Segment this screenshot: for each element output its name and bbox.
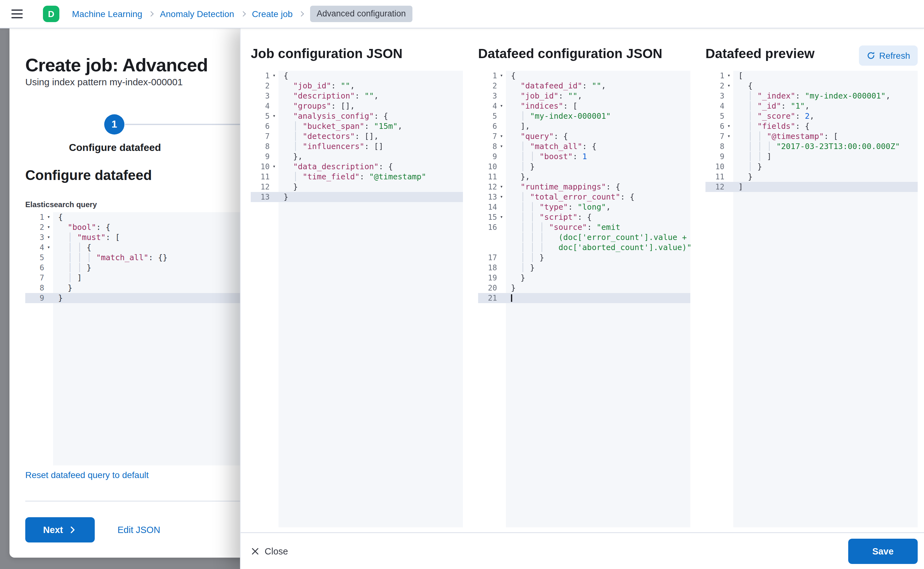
hamburger-icon — [11, 9, 23, 11]
refresh-button[interactable]: Refresh — [859, 46, 918, 66]
job-config-editor[interactable]: 1▾{2 "job_id": "",3 "description": "",4 … — [251, 71, 463, 527]
datafeed-preview-editor[interactable]: 1▾[2▾ {3 │ "_index": "my-index-000001",4… — [705, 71, 918, 527]
code-line[interactable]: 6 │ │ } — [25, 263, 260, 273]
code-line[interactable]: 5 │ "my-index-000001" — [478, 111, 690, 121]
code-line[interactable]: 16 │ │ │ "source": "emit — [478, 222, 690, 233]
line-number: 1 — [478, 71, 497, 81]
code-line[interactable]: 4▾ "indices": [ — [478, 101, 690, 111]
code-line[interactable]: 10 │ } — [705, 162, 918, 172]
edit-json-button[interactable]: Edit JSON — [117, 525, 160, 535]
code-line[interactable]: 4 │ "_id": "1", — [705, 101, 918, 111]
code-line[interactable]: 18 │ } — [478, 263, 690, 273]
code-line[interactable]: 1▾[ — [705, 71, 918, 81]
code-line[interactable]: 3 "job_id": "", — [478, 91, 690, 101]
gutter-spacer — [497, 263, 506, 273]
code-line[interactable]: 7 │ ] — [25, 273, 260, 283]
fold-arrow-icon[interactable]: ▾ — [270, 111, 279, 121]
fold-arrow-icon[interactable]: ▾ — [270, 71, 279, 81]
code-line[interactable]: 8 │ "influencers": [] — [251, 141, 463, 152]
fold-arrow-icon[interactable]: ▾ — [725, 131, 733, 141]
code-line[interactable]: 2▾ "bool": { — [25, 222, 260, 233]
code-line[interactable]: 15▾ │ │ "script": { — [478, 212, 690, 222]
fold-arrow-icon[interactable]: ▾ — [725, 71, 733, 81]
code-line[interactable]: 5▾ "analysis_config": { — [251, 111, 463, 121]
code-line[interactable]: 3▾ │ "must": [ — [25, 233, 260, 242]
code-line[interactable]: 8 } — [25, 283, 260, 293]
save-button[interactable]: Save — [848, 539, 918, 564]
page-subtitle: Using index pattern my-index-000001 — [25, 76, 183, 87]
fold-arrow-icon[interactable]: ▾ — [497, 212, 506, 222]
code-line[interactable]: 4▾ │ │ { — [25, 242, 260, 253]
code-line[interactable]: 7▾ │ │ "@timestamp": [ — [705, 131, 918, 141]
code-line[interactable]: 1▾{ — [478, 71, 690, 81]
code-text — [506, 293, 690, 303]
code-text: │ "match_all": { — [506, 141, 690, 152]
code-line[interactable]: 11 } — [705, 172, 918, 182]
elasticsearch-query-editor[interactable]: 1▾{2▾ "bool": {3▾ │ "must": [4▾ │ │ {5 │… — [25, 212, 260, 466]
code-line[interactable]: 12▾ "runtime_mappings": { — [478, 182, 690, 192]
fold-arrow-icon[interactable]: ▾ — [44, 222, 53, 233]
close-button[interactable]: Close — [251, 546, 288, 556]
code-line[interactable]: 3 │ "_index": "my-index-000001", — [705, 91, 918, 101]
code-line[interactable]: 9 │ │ "boost": 1 — [478, 152, 690, 162]
code-line[interactable]: │ │ │ (doc['error_count'].value + — [478, 233, 690, 242]
code-line[interactable]: 17 │ │ } — [478, 253, 690, 263]
code-line[interactable]: 1▾{ — [251, 71, 463, 81]
code-line[interactable]: 7▾ "query": { — [478, 131, 690, 141]
code-line[interactable]: 12] — [705, 182, 918, 192]
breadcrumb-item-create-job[interactable]: Create job — [252, 9, 293, 19]
step-indicator[interactable]: 1 — [104, 114, 125, 134]
code-line[interactable]: │ │ │ doc['aborted_count'].value)" — [478, 242, 690, 253]
code-line[interactable]: 2▾ { — [705, 81, 918, 91]
fold-arrow-icon[interactable]: ▾ — [44, 233, 53, 242]
code-line[interactable]: 5 │ │ │ "match_all": {} — [25, 253, 260, 263]
code-line[interactable]: 9 }, — [251, 152, 463, 162]
code-line[interactable]: 1▾{ — [25, 212, 260, 222]
fold-arrow-icon[interactable]: ▾ — [44, 212, 53, 222]
fold-arrow-icon[interactable]: ▾ — [497, 101, 506, 111]
reset-datafeed-query-link[interactable]: Reset datafeed query to default — [25, 470, 149, 480]
code-text: } — [279, 182, 463, 192]
code-line[interactable]: 6 │ "bucket_span": "15m", — [251, 121, 463, 131]
code-line[interactable]: 6▾ │ "fields": { — [705, 121, 918, 131]
fold-arrow-icon[interactable]: ▾ — [44, 242, 53, 253]
menu-button[interactable] — [11, 4, 30, 24]
code-line[interactable]: 20} — [478, 283, 690, 293]
fold-arrow-icon[interactable]: ▾ — [497, 182, 506, 192]
fold-arrow-icon[interactable]: ▾ — [725, 81, 733, 91]
fold-arrow-icon[interactable]: ▾ — [497, 141, 506, 152]
code-line[interactable]: 8 │ │ │ "2017-03-23T13:00:00.000Z" — [705, 141, 918, 152]
code-line[interactable]: 9} — [25, 293, 260, 303]
code-line[interactable]: 8▾ │ "match_all": { — [478, 141, 690, 152]
code-line[interactable]: 5 │ "_score": 2, — [705, 111, 918, 121]
code-line[interactable]: 10 │ } — [478, 162, 690, 172]
code-line[interactable]: 11 │ "time_field": "@timestamp" — [251, 172, 463, 182]
code-line[interactable]: 4 "groups": [], — [251, 101, 463, 111]
fold-arrow-icon[interactable]: ▾ — [497, 131, 506, 141]
code-line[interactable]: 12 } — [251, 182, 463, 192]
code-line[interactable]: 13▾ │ "total_error_count": { — [478, 192, 690, 202]
code-line[interactable]: 7 │ "detectors": [], — [251, 131, 463, 141]
fold-arrow-icon[interactable]: ▾ — [270, 162, 279, 172]
fold-arrow-icon[interactable]: ▾ — [497, 71, 506, 81]
code-line[interactable]: 19 } — [478, 273, 690, 283]
avatar[interactable]: D — [43, 6, 59, 22]
breadcrumb-item-machine-learning[interactable]: Machine Learning — [72, 9, 142, 19]
code-line[interactable]: 11 }, — [478, 172, 690, 182]
code-line[interactable]: 9 │ │ ] — [705, 152, 918, 162]
code-line[interactable]: 3 "description": "", — [251, 91, 463, 101]
code-line[interactable]: 10▾ "data_description": { — [251, 162, 463, 172]
fold-arrow-icon[interactable]: ▾ — [725, 121, 733, 131]
gutter-spacer — [270, 81, 279, 91]
datafeed-config-editor[interactable]: 1▾{2 "datafeed_id": "",3 "job_id": "",4▾… — [478, 71, 690, 527]
code-line[interactable]: 2 "datafeed_id": "", — [478, 81, 690, 91]
gutter-spacer — [725, 101, 733, 111]
code-line[interactable]: 2 "job_id": "", — [251, 81, 463, 91]
fold-arrow-icon[interactable]: ▾ — [497, 192, 506, 202]
code-line[interactable]: 14 │ │ "type": "long", — [478, 202, 690, 212]
code-line[interactable]: 6 ], — [478, 121, 690, 131]
next-button[interactable]: Next — [25, 517, 95, 543]
code-line[interactable]: 13} — [251, 192, 463, 202]
breadcrumb-item-anomaly-detection[interactable]: Anomaly Detection — [160, 9, 234, 19]
code-line[interactable]: 21 — [478, 293, 690, 303]
